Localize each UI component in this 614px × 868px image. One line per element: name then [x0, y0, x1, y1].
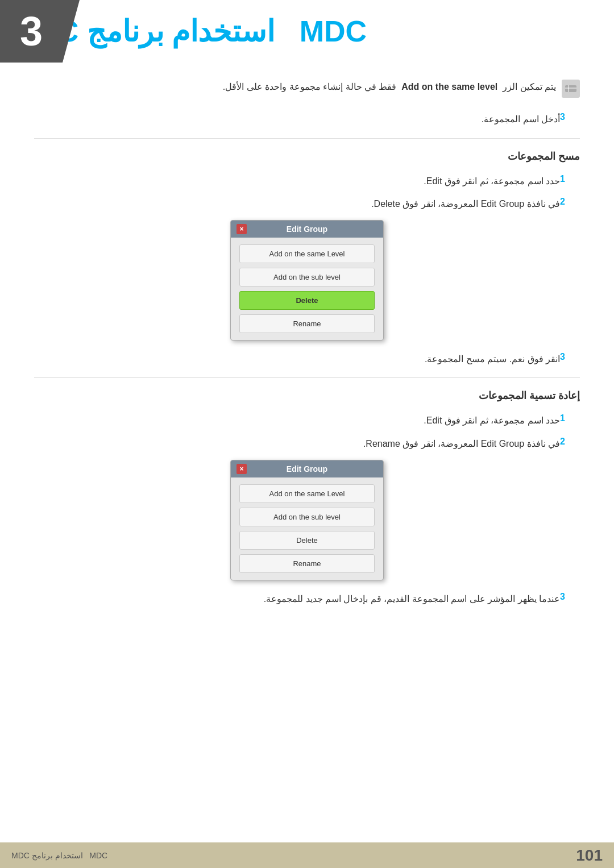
delete-step-2-text: في نافذة Edit Group المعروضة، انقر فوق D… [371, 197, 560, 211]
section-delete-heading: مسح المجموعات [34, 150, 580, 163]
rename-step-3-number: 3 [560, 592, 577, 602]
rename-step-1-text: حدد اسم مجموعة، ثم انقر فوق Edit. [424, 413, 560, 428]
dialog-delete-delete-btn[interactable]: Delete [239, 291, 375, 310]
page-footer: 101 MDC استخدام برنامج MDC [0, 842, 614, 868]
chapter-header: MDC استخدام برنامج MDC 3 [0, 0, 614, 63]
dialog-rename: × Edit Group Add on the same Level Add o… [230, 460, 384, 580]
delete-step-2: 2 في نافذة Edit Group المعروضة، انقر فوق… [34, 197, 580, 211]
note-text-after: فقط في حالة إنشاء مجموعة واحدة على الأقل… [223, 82, 397, 92]
note-text: يتم تمكين الزر Add on the same level فقط… [223, 80, 556, 94]
dialog-rename-delete-btn[interactable]: Delete [239, 531, 375, 550]
dialog-delete-add-same-level-btn[interactable]: Add on the same Level [239, 244, 375, 263]
footer-page-number: 101 [576, 846, 603, 865]
delete-step-1: 1 حدد اسم مجموعة، ثم انقر فوق Edit. [34, 174, 580, 189]
note-box: يتم تمكين الزر Add on the same level فقط… [34, 80, 580, 98]
chapter-title-latin: MDC [300, 15, 367, 48]
chapter-number-box: 3 [0, 0, 63, 63]
dialog-rename-wrapper: × Edit Group Add on the same Level Add o… [34, 460, 580, 580]
separator-2 [34, 377, 580, 378]
dialog-rename-close-btn[interactable]: × [237, 464, 247, 474]
note-icon [562, 80, 580, 98]
rename-step-2-number: 2 [560, 437, 577, 447]
dialog-delete-title: Edit Group [287, 225, 327, 234]
dialog-delete-rename-btn[interactable]: Rename [239, 314, 375, 333]
delete-step-3-number: 3 [560, 352, 577, 362]
footer-main-text: استخدام برنامج MDC [11, 851, 83, 860]
dialog-rename-add-sub-level-btn[interactable]: Add on the sub level [239, 508, 375, 526]
step-add-name-number: 3 [560, 112, 577, 122]
footer-text: MDC استخدام برنامج MDC [11, 851, 107, 860]
rename-step-3: 3 عندما يظهر المؤشر على اسم المجموعة الق… [34, 592, 580, 607]
separator-1 [34, 138, 580, 139]
dialog-delete-close-btn[interactable]: × [237, 224, 247, 234]
delete-step-1-number: 1 [560, 174, 577, 184]
dialog-delete: × Edit Group Add on the same Level Add o… [230, 220, 384, 340]
delete-step-1-text: حدد اسم مجموعة، ثم انقر فوق Edit. [424, 174, 560, 189]
step-add-name-text: أدخل اسم المجموعة. [482, 112, 560, 127]
delete-step-3-text: انقر فوق نعم. سيتم مسح المجموعة. [425, 352, 560, 367]
dialog-delete-add-sub-level-btn[interactable]: Add on the sub level [239, 268, 375, 286]
dialog-delete-body: Add on the same Level Add on the sub lev… [231, 238, 383, 340]
dialog-rename-body: Add on the same Level Add on the sub lev… [231, 477, 383, 580]
note-text-before: يتم تمكين الزر [503, 82, 556, 92]
delete-step-2-number: 2 [560, 197, 577, 207]
dialog-rename-add-same-level-btn[interactable]: Add on the same Level [239, 484, 375, 503]
pencil-icon [565, 84, 577, 94]
delete-step-3: 3 انقر فوق نعم. سيتم مسح المجموعة. [34, 352, 580, 367]
rename-step-2: 2 في نافذة Edit Group المعروضة، انقر فوق… [34, 437, 580, 451]
rename-step-1-number: 1 [560, 413, 577, 423]
main-content: يتم تمكين الزر Add on the same level فقط… [0, 63, 614, 632]
note-button-name: Add on the same level [401, 82, 497, 92]
dialog-delete-wrapper: × Edit Group Add on the same Level Add o… [34, 220, 580, 340]
rename-step-2-text: في نافذة Edit Group المعروضة، انقر فوق R… [363, 437, 560, 451]
dialog-rename-titlebar: × Edit Group [231, 460, 383, 477]
svg-rect-0 [565, 85, 576, 92]
step-add-name: 3 أدخل اسم المجموعة. [34, 112, 580, 127]
rename-step-1: 1 حدد اسم مجموعة، ثم انقر فوق Edit. [34, 413, 580, 428]
rename-step-3-text: عندما يظهر المؤشر على اسم المجموعة القدي… [264, 592, 560, 607]
section-rename-heading: إعادة تسمية المجموعات [34, 389, 580, 402]
footer-mdc-label: MDC [89, 851, 107, 860]
chapter-number: 3 [20, 8, 43, 55]
dialog-delete-titlebar: × Edit Group [231, 221, 383, 238]
dialog-rename-title: Edit Group [287, 464, 327, 474]
dialog-rename-rename-btn[interactable]: Rename [239, 554, 375, 573]
